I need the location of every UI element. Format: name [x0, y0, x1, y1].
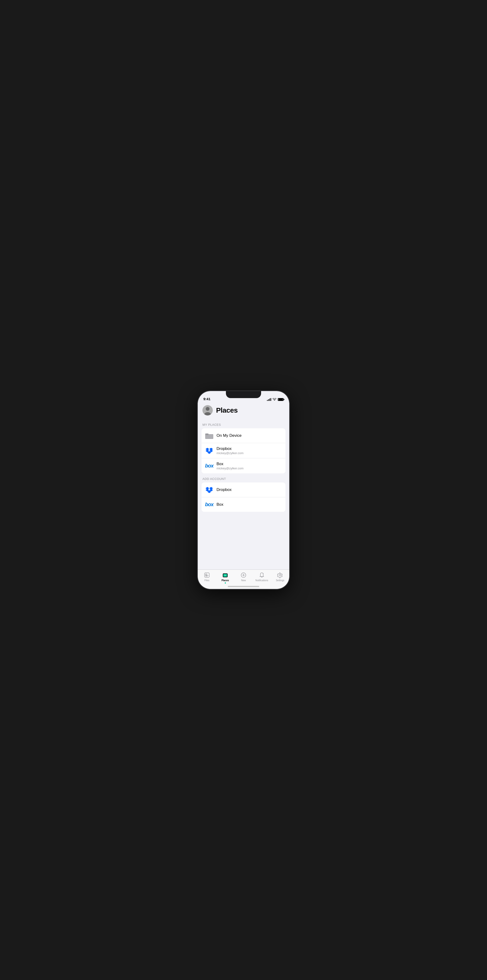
svg-point-29	[279, 574, 281, 576]
settings-tab-label: Settings	[276, 579, 284, 582]
folder-icon	[205, 432, 213, 440]
dropbox-account-item[interactable]: Dropbox mickey@zylker.com	[201, 443, 286, 458]
files-tab-label: Files	[204, 579, 209, 582]
new-tab-label: New	[241, 579, 246, 582]
dropbox-account-email: mickey@zylker.com	[217, 451, 244, 455]
tab-notifications[interactable]: Notifications	[253, 572, 271, 582]
box-account-text: Box mickey@zylker.com	[217, 461, 244, 470]
add-account-list: Dropbox box Box	[201, 482, 286, 512]
content-area: Places MY PLACES	[198, 403, 289, 589]
add-dropbox-text: Dropbox	[217, 487, 232, 492]
active-dot	[225, 582, 226, 584]
svg-rect-19	[206, 574, 207, 575]
add-dropbox-icon	[205, 486, 213, 494]
notifications-tab-label: Notifications	[255, 579, 268, 582]
tab-files[interactable]: Files	[198, 572, 216, 582]
phone-screen: 9:41	[198, 391, 289, 589]
notifications-icon	[259, 572, 265, 578]
on-my-device-text: On My Device	[217, 433, 242, 438]
dropbox-icon	[205, 447, 213, 455]
status-icons	[267, 398, 284, 401]
files-icon	[204, 572, 210, 578]
my-places-list: On My Device Dr	[201, 428, 286, 473]
on-my-device-item[interactable]: On My Device	[201, 428, 286, 443]
new-icon	[240, 572, 247, 578]
page-title: Places	[216, 406, 238, 414]
add-dropbox-name: Dropbox	[217, 487, 232, 492]
box-account-email: mickey@zylker.com	[217, 466, 244, 470]
tab-new[interactable]: New	[234, 572, 253, 582]
dropbox-account-text: Dropbox mickey@zylker.com	[217, 446, 244, 455]
page-header: Places	[198, 403, 289, 419]
my-places-label: MY PLACES	[198, 419, 289, 428]
dropbox-account-name: Dropbox	[217, 446, 244, 451]
box-account-name: Box	[217, 461, 244, 466]
phone-notch	[226, 391, 261, 398]
svg-rect-7	[205, 433, 209, 435]
add-account-label: ADD ACCOUNT	[198, 473, 289, 482]
svg-point-1	[206, 407, 209, 411]
add-box-name: Box	[217, 502, 224, 507]
on-my-device-name: On My Device	[217, 433, 242, 438]
svg-rect-25	[224, 575, 226, 576]
settings-icon	[277, 572, 283, 578]
places-tab-label: Places	[222, 579, 229, 582]
tab-places[interactable]: Places	[216, 572, 234, 582]
add-box-text: Box	[217, 502, 224, 507]
signal-icon	[267, 398, 271, 401]
add-box-item[interactable]: box Box	[201, 497, 286, 512]
status-time: 9:41	[203, 397, 211, 401]
box-account-item[interactable]: box Box mickey@zylker.com	[201, 458, 286, 473]
phone-device: 9:41	[198, 391, 289, 589]
wifi-icon	[273, 398, 276, 401]
add-box-icon: box	[205, 501, 213, 509]
home-indicator	[228, 586, 259, 587]
places-icon	[222, 572, 228, 578]
avatar	[203, 405, 213, 415]
battery-icon	[278, 398, 284, 401]
tab-settings[interactable]: Settings	[271, 572, 289, 582]
add-dropbox-item[interactable]: Dropbox	[201, 482, 286, 497]
box-icon: box	[205, 462, 213, 470]
